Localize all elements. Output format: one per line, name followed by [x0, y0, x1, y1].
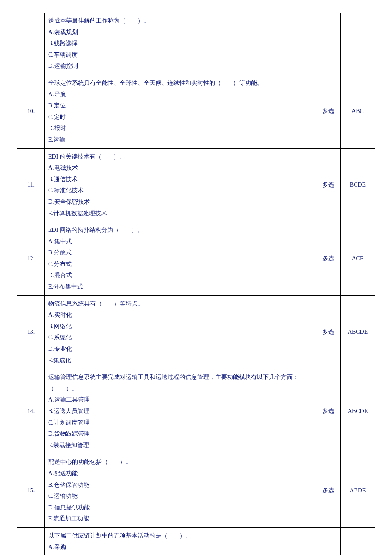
question-body: 送成本等最佳解的工作称为（ ）。A.装载规划B.线路选择C.车辆调度D.运输控制	[45, 13, 315, 75]
table-row: 15.配送中心的功能包括（ ）。A.配送功能B.仓储保管功能C.运输功能D.信息…	[17, 454, 375, 528]
question-line: 配送中心的功能包括（ ）。	[48, 457, 311, 468]
question-line: A.运输工具管理	[48, 394, 311, 406]
question-line: A.集中式	[48, 236, 311, 248]
question-body: 物流信息系统具有（ ）等特点。A.实时化B.网络化C.系统化D.专业化E.集成化	[45, 295, 315, 369]
question-line: 物流信息系统具有（ ）等特点。	[48, 298, 311, 310]
question-type: 多选	[315, 222, 341, 296]
table-row: 10.全球定位系统具有全能性、全球性、全天候、连续性和实时性的（ ）等功能。A.…	[17, 75, 375, 148]
question-line: E.流通加工功能	[48, 513, 311, 525]
question-number: 14.	[17, 369, 45, 454]
question-line: 全球定位系统具有全能性、全球性、全天候、连续性和实时性的（ ）等功能。	[48, 78, 311, 89]
question-line: C.定时	[48, 112, 311, 123]
question-line: E.计算机数据处理技术	[48, 208, 311, 220]
question-line: 送成本等最佳解的工作称为（ ）。	[48, 15, 311, 27]
question-number: 11.	[17, 148, 45, 222]
question-table: 送成本等最佳解的工作称为（ ）。A.装载规划B.线路选择C.车辆调度D.运输控制…	[17, 13, 375, 555]
question-number: 13.	[17, 295, 45, 369]
question-line: D.信息提供功能	[48, 502, 311, 514]
question-answer: ABC	[341, 75, 375, 148]
question-type: 多选	[315, 527, 341, 555]
question-answer: ABCE	[341, 527, 375, 555]
question-answer: BCDE	[341, 148, 375, 222]
question-body: 运输管理信息系统主要完成对运输工具和运送过程的信息管理，主要功能模块有以下几个方…	[45, 369, 315, 454]
question-number: 12.	[17, 222, 45, 296]
table-row: 送成本等最佳解的工作称为（ ）。A.装载规划B.线路选择C.车辆调度D.运输控制	[17, 13, 375, 75]
question-answer: ACE	[341, 222, 375, 296]
question-body: EDI 网络的拓扑结构分为（ ）。A.集中式B.分散式C.分布式D.混合式E.分…	[45, 222, 315, 296]
document-page: 送成本等最佳解的工作称为（ ）。A.装载规划B.线路选择C.车辆调度D.运输控制…	[0, 0, 392, 555]
question-line: D.报时	[48, 123, 311, 134]
question-line: B.存储	[48, 553, 311, 555]
question-body: 配送中心的功能包括（ ）。A.配送功能B.仓储保管功能C.运输功能D.信息提供功…	[45, 454, 315, 528]
question-line: 运输管理信息系统主要完成对运输工具和运送过程的信息管理，主要功能模块有以下几个方…	[48, 372, 311, 383]
question-type: 多选	[315, 454, 341, 528]
table-row: 16.以下属于供应链计划中的五项基本活动的是（ ）。A.采购B.存储C.制造D.…	[17, 527, 375, 555]
question-type: 多选	[315, 295, 341, 369]
question-line: EDI 网络的拓扑结构分为（ ）。	[48, 225, 311, 236]
question-line: C.系统化	[48, 332, 311, 344]
question-line: A.配送功能	[48, 468, 311, 480]
question-line: B.通信技术	[48, 174, 311, 185]
question-body: EDI 的关键技术有（ ）。A.电磁技术B.通信技术C.标准化技术D.安全保密技…	[45, 148, 315, 222]
question-line: （ ）。	[48, 383, 311, 395]
question-number: 15.	[17, 454, 45, 528]
question-line: C.车辆调度	[48, 49, 311, 61]
question-line: B.线路选择	[48, 38, 311, 49]
question-line: 以下属于供应链计划中的五项基本活动的是（ ）。	[48, 530, 311, 542]
question-type	[315, 13, 341, 75]
question-line: D.专业化	[48, 344, 311, 355]
question-line: A.采购	[48, 542, 311, 553]
question-line: B.运送人员管理	[48, 406, 311, 417]
question-line: E.集成化	[48, 355, 311, 367]
question-body: 以下属于供应链计划中的五项基本活动的是（ ）。A.采购B.存储C.制造D.包装	[45, 527, 315, 555]
table-row: 13.物流信息系统具有（ ）等特点。A.实时化B.网络化C.系统化D.专业化E.…	[17, 295, 375, 369]
table-row: 11.EDI 的关键技术有（ ）。A.电磁技术B.通信技术C.标准化技术D.安全…	[17, 148, 375, 222]
question-line: A.装载规划	[48, 27, 311, 38]
table-row: 12.EDI 网络的拓扑结构分为（ ）。A.集中式B.分散式C.分布式D.混合式…	[17, 222, 375, 296]
question-line: EDI 的关键技术有（ ）。	[48, 151, 311, 163]
question-line: E.分布集中式	[48, 281, 311, 293]
question-type: 多选	[315, 369, 341, 454]
question-type: 多选	[315, 148, 341, 222]
question-line: A.电磁技术	[48, 162, 311, 174]
question-number: 10.	[17, 75, 45, 148]
question-number	[17, 13, 45, 75]
question-line: D.安全保密技术	[48, 197, 311, 208]
table-row: 14.运输管理信息系统主要完成对运输工具和运送过程的信息管理，主要功能模块有以下…	[17, 369, 375, 454]
question-line: B.仓储保管功能	[48, 480, 311, 491]
question-line: C.分布式	[48, 259, 311, 270]
question-line: D.混合式	[48, 270, 311, 281]
question-answer: ABDE	[341, 454, 375, 528]
question-line: A.实时化	[48, 309, 311, 321]
question-line: C.标准化技术	[48, 185, 311, 197]
question-line: B.定位	[48, 100, 311, 112]
question-line: D.运输控制	[48, 61, 311, 72]
question-type: 多选	[315, 75, 341, 148]
question-body: 全球定位系统具有全能性、全球性、全天候、连续性和实时性的（ ）等功能。A.导航B…	[45, 75, 315, 148]
question-line: B.网络化	[48, 321, 311, 332]
question-line: B.分散式	[48, 247, 311, 259]
question-answer: ABCDE	[341, 369, 375, 454]
question-number: 16.	[17, 527, 45, 555]
question-line: C.计划调度管理	[48, 417, 311, 429]
question-line: E.装载接卸管理	[48, 440, 311, 451]
question-line: D.货物跟踪管理	[48, 428, 311, 440]
question-answer: ABCDE	[341, 295, 375, 369]
question-line: C.运输功能	[48, 491, 311, 502]
question-line: E.运输	[48, 134, 311, 146]
question-line: A.导航	[48, 89, 311, 101]
question-answer	[341, 13, 375, 75]
